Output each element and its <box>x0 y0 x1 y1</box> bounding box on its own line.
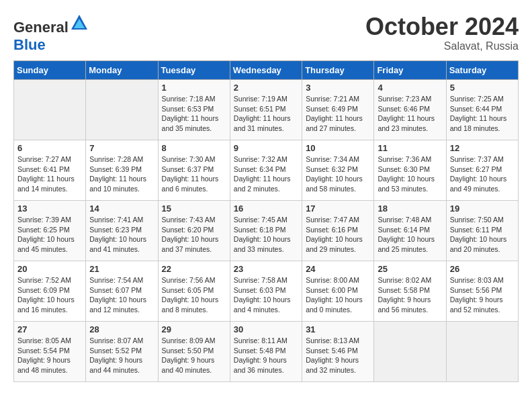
calendar-cell: 3Sunrise: 7:21 AMSunset: 6:49 PMDaylight… <box>302 80 374 140</box>
day-number: 16 <box>234 203 298 214</box>
day-info: Sunrise: 7:21 AMSunset: 6:49 PMDaylight:… <box>306 94 370 134</box>
day-info: Sunrise: 8:02 AMSunset: 5:58 PMDaylight:… <box>378 275 442 315</box>
day-info: Sunrise: 7:48 AMSunset: 6:14 PMDaylight:… <box>378 215 442 255</box>
day-number: 22 <box>162 264 226 274</box>
day-number: 25 <box>378 264 442 274</box>
calendar-cell: 27Sunrise: 8:05 AMSunset: 5:54 PMDayligh… <box>14 322 86 382</box>
day-number: 14 <box>89 203 154 214</box>
day-number: 15 <box>162 203 226 214</box>
calendar-cell: 30Sunrise: 8:11 AMSunset: 5:48 PMDayligh… <box>230 322 302 382</box>
calendar-cell: 6Sunrise: 7:27 AMSunset: 6:41 PMDaylight… <box>14 140 86 201</box>
day-number: 23 <box>234 264 298 274</box>
calendar-cell: 2Sunrise: 7:19 AMSunset: 6:51 PMDaylight… <box>230 80 302 140</box>
calendar-cell: 28Sunrise: 8:07 AMSunset: 5:52 PMDayligh… <box>86 322 158 382</box>
calendar-cell: 4Sunrise: 7:23 AMSunset: 6:46 PMDaylight… <box>374 80 446 140</box>
day-info: Sunrise: 7:27 AMSunset: 6:41 PMDaylight:… <box>17 154 82 194</box>
calendar-title: October 2024 <box>365 13 519 40</box>
calendar-cell: 23Sunrise: 7:58 AMSunset: 6:03 PMDayligh… <box>230 261 302 322</box>
day-number: 24 <box>306 264 370 274</box>
day-info: Sunrise: 7:18 AMSunset: 6:53 PMDaylight:… <box>162 94 226 134</box>
calendar-cell: 13Sunrise: 7:39 AMSunset: 6:25 PMDayligh… <box>14 201 86 261</box>
calendar-cell: 26Sunrise: 8:03 AMSunset: 5:56 PMDayligh… <box>446 261 518 322</box>
day-number: 21 <box>89 264 154 274</box>
calendar-subtitle: Salavat, Russia <box>365 40 519 52</box>
day-info: Sunrise: 7:43 AMSunset: 6:20 PMDaylight:… <box>162 215 226 255</box>
day-number: 6 <box>17 143 82 153</box>
day-info: Sunrise: 8:03 AMSunset: 5:56 PMDaylight:… <box>450 275 515 315</box>
calendar-cell: 11Sunrise: 7:36 AMSunset: 6:30 PMDayligh… <box>374 140 446 201</box>
day-number: 7 <box>89 143 154 153</box>
title-block: October 2024 Salavat, Russia <box>365 13 519 52</box>
day-number: 10 <box>306 143 370 153</box>
day-number: 5 <box>450 83 515 93</box>
logo: General Blue <box>13 13 89 54</box>
day-number: 3 <box>306 83 370 93</box>
calendar-cell: 16Sunrise: 7:45 AMSunset: 6:18 PMDayligh… <box>230 201 302 261</box>
day-number: 29 <box>162 324 226 334</box>
day-info: Sunrise: 7:28 AMSunset: 6:39 PMDaylight:… <box>89 154 154 194</box>
header-wednesday: Wednesday <box>230 61 302 80</box>
calendar-table: SundayMondayTuesdayWednesdayThursdayFrid… <box>13 60 519 382</box>
day-number: 12 <box>450 143 515 153</box>
header-monday: Monday <box>86 61 158 80</box>
calendar-week-4: 20Sunrise: 7:52 AMSunset: 6:09 PMDayligh… <box>14 261 519 322</box>
calendar-cell: 19Sunrise: 7:50 AMSunset: 6:11 PMDayligh… <box>446 201 518 261</box>
day-number: 2 <box>234 83 298 93</box>
calendar-week-3: 13Sunrise: 7:39 AMSunset: 6:25 PMDayligh… <box>14 201 519 261</box>
day-number: 11 <box>378 143 442 153</box>
day-info: Sunrise: 8:00 AMSunset: 6:00 PMDaylight:… <box>306 275 370 315</box>
calendar-cell <box>374 322 446 382</box>
page-header: General Blue October 2024 Salavat, Russi… <box>13 13 519 54</box>
day-info: Sunrise: 7:50 AMSunset: 6:11 PMDaylight:… <box>450 215 515 255</box>
calendar-week-5: 27Sunrise: 8:05 AMSunset: 5:54 PMDayligh… <box>14 322 519 382</box>
calendar-cell: 24Sunrise: 8:00 AMSunset: 6:00 PMDayligh… <box>302 261 374 322</box>
day-info: Sunrise: 7:32 AMSunset: 6:34 PMDaylight:… <box>234 154 298 194</box>
calendar-header-row: SundayMondayTuesdayWednesdayThursdayFrid… <box>14 61 519 80</box>
logo-icon <box>70 13 89 32</box>
calendar-cell: 20Sunrise: 7:52 AMSunset: 6:09 PMDayligh… <box>14 261 86 322</box>
day-info: Sunrise: 7:47 AMSunset: 6:16 PMDaylight:… <box>306 215 370 255</box>
day-number: 28 <box>89 324 154 334</box>
calendar-cell: 21Sunrise: 7:54 AMSunset: 6:07 PMDayligh… <box>86 261 158 322</box>
logo-blue: Blue <box>13 36 46 53</box>
calendar-cell: 15Sunrise: 7:43 AMSunset: 6:20 PMDayligh… <box>158 201 230 261</box>
calendar-cell: 17Sunrise: 7:47 AMSunset: 6:16 PMDayligh… <box>302 201 374 261</box>
calendar-week-1: 1Sunrise: 7:18 AMSunset: 6:53 PMDaylight… <box>14 80 519 140</box>
calendar-cell: 31Sunrise: 8:13 AMSunset: 5:46 PMDayligh… <box>302 322 374 382</box>
calendar-cell: 29Sunrise: 8:09 AMSunset: 5:50 PMDayligh… <box>158 322 230 382</box>
day-number: 20 <box>17 264 82 274</box>
calendar-cell: 12Sunrise: 7:37 AMSunset: 6:27 PMDayligh… <box>446 140 518 201</box>
calendar-cell: 14Sunrise: 7:41 AMSunset: 6:23 PMDayligh… <box>86 201 158 261</box>
day-info: Sunrise: 7:39 AMSunset: 6:25 PMDaylight:… <box>17 215 82 255</box>
day-number: 19 <box>450 203 515 214</box>
calendar-cell: 25Sunrise: 8:02 AMSunset: 5:58 PMDayligh… <box>374 261 446 322</box>
calendar-cell: 5Sunrise: 7:25 AMSunset: 6:44 PMDaylight… <box>446 80 518 140</box>
day-number: 17 <box>306 203 370 214</box>
day-number: 9 <box>234 143 298 153</box>
calendar-cell: 7Sunrise: 7:28 AMSunset: 6:39 PMDaylight… <box>86 140 158 201</box>
calendar-cell <box>86 80 158 140</box>
day-info: Sunrise: 7:56 AMSunset: 6:05 PMDaylight:… <box>162 275 226 315</box>
day-info: Sunrise: 7:37 AMSunset: 6:27 PMDaylight:… <box>450 154 515 194</box>
calendar-cell: 8Sunrise: 7:30 AMSunset: 6:37 PMDaylight… <box>158 140 230 201</box>
calendar-cell: 18Sunrise: 7:48 AMSunset: 6:14 PMDayligh… <box>374 201 446 261</box>
calendar-cell <box>14 80 86 140</box>
day-number: 1 <box>162 83 226 93</box>
day-number: 26 <box>450 264 515 274</box>
day-info: Sunrise: 7:25 AMSunset: 6:44 PMDaylight:… <box>450 94 515 134</box>
calendar-cell: 10Sunrise: 7:34 AMSunset: 6:32 PMDayligh… <box>302 140 374 201</box>
day-number: 27 <box>17 324 82 334</box>
day-number: 31 <box>306 324 370 334</box>
day-info: Sunrise: 8:11 AMSunset: 5:48 PMDaylight:… <box>234 336 298 375</box>
day-info: Sunrise: 8:13 AMSunset: 5:46 PMDaylight:… <box>306 336 370 375</box>
day-info: Sunrise: 7:41 AMSunset: 6:23 PMDaylight:… <box>89 215 154 255</box>
day-info: Sunrise: 7:45 AMSunset: 6:18 PMDaylight:… <box>234 215 298 255</box>
day-number: 30 <box>234 324 298 334</box>
calendar-cell: 9Sunrise: 7:32 AMSunset: 6:34 PMDaylight… <box>230 140 302 201</box>
day-info: Sunrise: 8:07 AMSunset: 5:52 PMDaylight:… <box>89 336 154 375</box>
calendar-cell <box>446 322 518 382</box>
day-info: Sunrise: 7:34 AMSunset: 6:32 PMDaylight:… <box>306 154 370 194</box>
day-number: 13 <box>17 203 82 214</box>
calendar-cell: 1Sunrise: 7:18 AMSunset: 6:53 PMDaylight… <box>158 80 230 140</box>
day-info: Sunrise: 8:09 AMSunset: 5:50 PMDaylight:… <box>162 336 226 375</box>
